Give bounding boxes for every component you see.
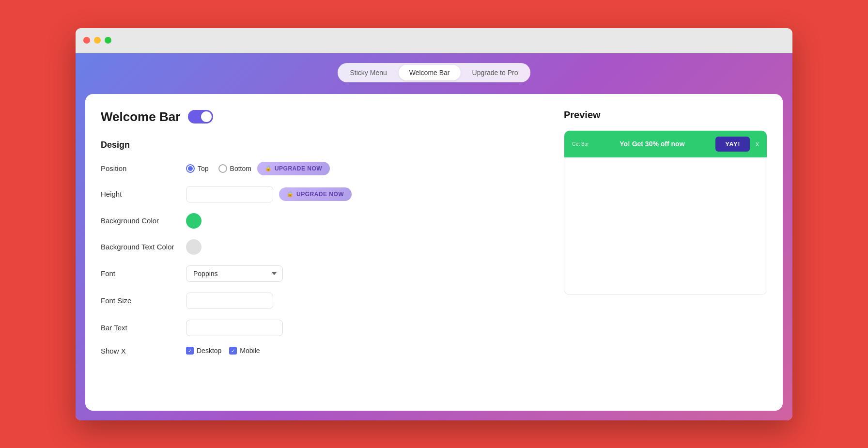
bar-text-row: Bar Text Yo! Get 30% off now	[101, 320, 544, 336]
preview-title: Preview	[564, 109, 767, 121]
desktop-check-icon: ✓	[188, 348, 192, 354]
bg-color-row: Background Color	[101, 213, 544, 229]
traffic-lights	[83, 37, 111, 44]
position-top-inner	[188, 166, 193, 171]
preview-welcome-bar: Get Bar Yo! Get 30% off now YAY! x	[564, 131, 767, 157]
position-upgrade-label: UPGRADE NOW	[275, 165, 322, 172]
font-size-input[interactable]: 20	[186, 293, 273, 309]
traffic-light-red[interactable]	[83, 37, 90, 44]
bar-text-input[interactable]: Yo! Get 30% off now	[186, 320, 283, 336]
welcome-bar-toggle[interactable]	[188, 110, 213, 124]
position-top-label: Top	[198, 165, 209, 172]
position-top-radio[interactable]	[186, 164, 195, 173]
browser-content: Sticky Menu Welcome Bar Upgrade to Pro W…	[76, 53, 792, 420]
traffic-light-green[interactable]	[105, 37, 111, 44]
tab-upgrade-to-pro[interactable]: Upgrade to Pro	[462, 65, 529, 80]
font-controls: Poppins Roboto Open Sans Lato Montserrat	[186, 265, 544, 282]
right-panel: Preview Get Bar Yo! Get 30% off now YAY!…	[564, 109, 767, 395]
show-x-mobile-label: Mobile	[240, 347, 260, 355]
lock-icon: 🔒	[265, 165, 272, 171]
position-bottom-option[interactable]: Bottom	[218, 164, 251, 173]
height-controls: 60 PX 🔒 UPGRADE NOW	[186, 186, 544, 202]
toggle-knob	[201, 111, 212, 122]
preview-close-icon[interactable]: x	[756, 140, 759, 148]
design-section: Design Position Top	[101, 140, 544, 355]
show-x-mobile-checkbox[interactable]: ✓	[229, 347, 237, 355]
preview-yay-button[interactable]: YAY!	[715, 137, 750, 152]
position-top-option[interactable]: Top	[186, 164, 209, 173]
font-size-input-group: 20 PX	[186, 293, 273, 309]
preview-get-bar-label: Get Bar	[572, 141, 589, 147]
height-label: Height	[101, 190, 178, 198]
font-size-row: Font Size 20 PX	[101, 293, 544, 309]
position-upgrade-badge[interactable]: 🔒 UPGRADE NOW	[257, 162, 330, 175]
preview-content-area	[564, 157, 767, 283]
font-size-label: Font Size	[101, 296, 178, 305]
show-x-mobile-option[interactable]: ✓ Mobile	[229, 347, 260, 355]
browser-window: Sticky Menu Welcome Bar Upgrade to Pro W…	[76, 28, 792, 420]
preview-bar-text: Yo! Get 30% off now	[589, 140, 715, 148]
tab-bar: Sticky Menu Welcome Bar Upgrade to Pro	[338, 63, 531, 82]
position-bottom-label: Bottom	[230, 165, 251, 172]
bg-color-swatch[interactable]	[186, 213, 202, 229]
bg-text-color-controls	[186, 239, 544, 255]
height-lock-icon: 🔒	[287, 191, 294, 197]
bar-text-label: Bar Text	[101, 324, 178, 332]
font-select[interactable]: Poppins Roboto Open Sans Lato Montserrat	[186, 265, 283, 282]
height-input[interactable]: 60	[186, 186, 273, 202]
traffic-light-yellow[interactable]	[94, 37, 101, 44]
position-radio-group: Top Bottom	[186, 164, 251, 173]
height-upgrade-label: UPGRADE NOW	[296, 191, 344, 198]
page-title: Welcome Bar	[101, 109, 180, 124]
font-label: Font	[101, 269, 178, 278]
font-row: Font Poppins Roboto Open Sans Lato Monts…	[101, 265, 544, 282]
show-x-checkbox-group: ✓ Desktop ✓ Mobile	[186, 347, 260, 355]
position-row: Position Top	[101, 162, 544, 175]
show-x-desktop-checkbox[interactable]: ✓	[186, 347, 194, 355]
design-section-title: Design	[101, 140, 544, 150]
show-x-controls: ✓ Desktop ✓ Mobile	[186, 347, 544, 355]
position-bottom-radio[interactable]	[218, 164, 227, 173]
preview-container: Get Bar Yo! Get 30% off now YAY! x	[564, 130, 767, 295]
welcome-bar-header: Welcome Bar	[101, 109, 544, 124]
bar-text-controls: Yo! Get 30% off now	[186, 320, 544, 336]
show-x-desktop-option[interactable]: ✓ Desktop	[186, 347, 221, 355]
browser-chrome	[76, 28, 792, 53]
left-panel: Welcome Bar Design Position	[101, 109, 544, 395]
show-x-row: Show X ✓ Desktop	[101, 347, 544, 355]
tab-sticky-menu[interactable]: Sticky Menu	[340, 65, 398, 80]
bg-color-controls	[186, 213, 544, 229]
show-x-desktop-label: Desktop	[197, 347, 221, 355]
height-upgrade-badge[interactable]: 🔒 UPGRADE NOW	[279, 187, 352, 201]
main-panel: Welcome Bar Design Position	[85, 94, 783, 411]
tab-welcome-bar[interactable]: Welcome Bar	[399, 65, 461, 80]
height-row: Height 60 PX 🔒 UPGRADE NOW	[101, 186, 544, 202]
font-size-controls: 20 PX	[186, 293, 544, 309]
bg-text-color-swatch[interactable]	[186, 239, 202, 255]
height-input-group: 60 PX	[186, 186, 273, 202]
bg-color-label: Background Color	[101, 216, 178, 225]
position-controls: Top Bottom 🔒 UPGRADE NOW	[186, 162, 544, 175]
mobile-check-icon: ✓	[231, 348, 235, 354]
bg-text-color-row: Background Text Color	[101, 239, 544, 255]
position-label: Position	[101, 164, 178, 172]
bg-text-color-label: Background Text Color	[101, 243, 178, 251]
show-x-label: Show X	[101, 347, 178, 355]
